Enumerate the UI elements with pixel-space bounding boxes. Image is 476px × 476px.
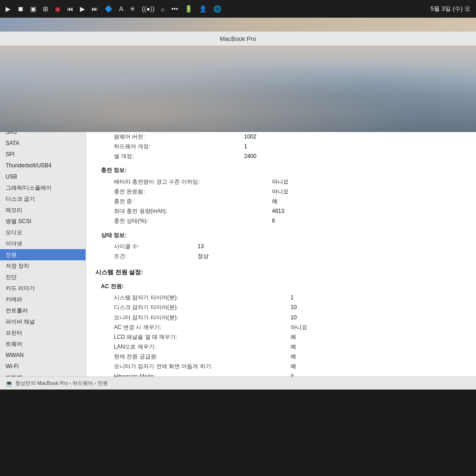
table-row: AC 변경 시 깨우기: 아니요	[95, 323, 467, 332]
menubar-right: 5월 3일 (수) 오	[430, 5, 470, 13]
label-ac-disk-sleep: 디스크 잠자기 타이머(분):	[114, 303, 291, 312]
table-row: 충전 중: 예	[95, 197, 467, 206]
window-icon[interactable]: ⊞	[43, 5, 48, 13]
bluetooth-icon[interactable]: ✳	[130, 5, 135, 13]
label-ac-lan-wake: LAN으로 깨우기:	[114, 343, 291, 351]
label-charge-pct: 충전 상태(%):	[114, 217, 272, 225]
statusbar: 💻 형성만의 MacBook Pro › 하드웨어 › 전원	[0, 377, 476, 390]
table-row: 셀 개정: 2400	[95, 152, 467, 161]
value-firmware: 1002	[244, 132, 257, 141]
menubar: ▶ ⏹ ▣ ⊞ ◉ ⏮ ▶ ⏭ 🔷 A ✳ ((●)) ⌕ ••• 🔋 👤 🌐 …	[0, 0, 476, 18]
prev-icon[interactable]: ⏮	[67, 5, 73, 13]
value-ac-wake: 아니요	[291, 323, 307, 332]
label-ac-dim: 모니터가 잠자기 전에 화면 어둡게 하기:	[114, 362, 291, 371]
value-ac-lan-wake: 예	[291, 343, 296, 351]
table-row: 모니터가 잠자기 전에 화면 어둡게 하기: 예	[95, 362, 467, 371]
table-row: 디스크 잠자기 타이머(분): 10	[95, 303, 467, 312]
label-charging: 충전 중:	[114, 197, 272, 206]
menu-time: 5월 3일 (수) 오	[430, 5, 470, 13]
table-row: 충전 상태(%): 6	[95, 216, 467, 226]
value-charge-pct: 6	[272, 217, 275, 225]
sidebar-item-controller[interactable]: 컨트롤러	[0, 305, 86, 316]
sidebar-item-printer[interactable]: 프린터	[0, 327, 86, 338]
sidebar-item-scsi[interactable]: 병렬 SCSI	[0, 216, 86, 227]
value-ac-power-source: 예	[291, 352, 296, 361]
value-cell-revision: 2400	[244, 152, 257, 161]
value-ac-dim: 예	[291, 362, 296, 371]
value-ac-sys-sleep: 1	[291, 293, 294, 302]
window-titlebar: MacBook Pro	[0, 32, 476, 46]
sidebar-item-memory[interactable]: 메모리	[0, 205, 86, 216]
table-row: Hibernate Mode: 3	[95, 372, 467, 377]
sidebar-item-disc[interactable]: 디스크 굽기	[0, 193, 86, 205]
bg-bottom-overlay	[0, 46, 476, 132]
grid-icon[interactable]: ▣	[30, 5, 36, 13]
table-row: 충전 완료됨: 아니요	[95, 187, 467, 197]
stop-icon[interactable]: ⏹	[17, 5, 24, 13]
table-row: LCD 패널을 열 때 깨우기: 예	[95, 332, 467, 342]
sidebar-item-cardreader[interactable]: 카드 리더기	[0, 283, 86, 294]
siri-icon[interactable]: 🌐	[213, 5, 221, 13]
value-hibernate-mode: 3	[291, 372, 294, 377]
value-max-capacity: 4813	[272, 207, 284, 216]
label-hibernate-mode: Hibernate Mode:	[114, 372, 291, 377]
label-charge-complete: 충전 완료됨:	[114, 187, 272, 196]
word-icon[interactable]: 🔷	[105, 5, 112, 13]
sidebar-item-wwan[interactable]: WWAN	[0, 350, 86, 361]
menubar-left: ▶ ⏹ ▣ ⊞ ◉ ⏮ ▶ ⏭ 🔷 A ✳ ((●)) ⌕ ••• 🔋 👤 🌐	[6, 5, 426, 13]
bg-bottom	[0, 46, 476, 132]
computer-icon: 💻	[6, 380, 13, 387]
table-row: 모니터 잠자기 타이머(분): 10	[95, 313, 467, 323]
value-charge-low: 아니요	[272, 178, 289, 186]
sidebar-item-diagnostics[interactable]: 진단	[0, 271, 86, 283]
value-charge-complete: 아니요	[272, 187, 289, 196]
sidebar-item-graphics[interactable]: 그래픽/디스플레이	[0, 182, 86, 193]
next-icon[interactable]: ⏭	[92, 5, 98, 13]
sidebar-item-sata[interactable]: SATA	[0, 138, 86, 149]
sidebar-item-wifi[interactable]: Wi-Fi	[0, 361, 86, 372]
more-icon[interactable]: •••	[171, 5, 178, 13]
value-charging: 예	[272, 197, 278, 206]
window-title: MacBook Pro	[220, 35, 256, 42]
text-icon[interactable]: A	[119, 5, 123, 13]
value-cycles: 13	[198, 242, 204, 251]
label-ac-wake: AC 변경 시 깨우기:	[114, 323, 291, 332]
table-row: 시스템 잠자기 타이머(분): 1	[95, 293, 467, 303]
value-ac-lcd-open: 예	[291, 333, 296, 342]
label-firmware: 펌웨어 버전:	[114, 132, 244, 141]
label-ac-monitor-sleep: 모니터 잠자기 타이머(분):	[114, 313, 291, 322]
value-hw-revision: 1	[244, 142, 247, 151]
table-row: 배터리 충전량이 경고 수준 이하임: 아니요	[95, 177, 467, 187]
label-ac-power-source: 현재 전원 공급원:	[114, 352, 291, 361]
sidebar-item-power[interactable]: 전원	[0, 249, 86, 260]
battery-icon[interactable]: 🔋	[185, 5, 192, 13]
user-icon[interactable]: 👤	[199, 5, 207, 13]
sidebar-item-thunderbolt[interactable]: Thunderbolt/USB4	[0, 160, 86, 171]
label-condition: 조건:	[114, 252, 198, 261]
record-icon[interactable]: ◉	[55, 5, 60, 13]
value-ac-disk-sleep: 10	[291, 303, 297, 312]
label-hw-revision: 하드웨어 개정:	[114, 142, 244, 151]
search-icon[interactable]: ⌕	[161, 5, 165, 13]
play2-icon[interactable]: ▶	[80, 5, 85, 13]
breadcrumb: 형성만의 MacBook Pro › 하드웨어 › 전원	[15, 380, 108, 387]
label-charge-low: 배터리 충전량이 경고 수준 이하임:	[114, 178, 272, 186]
sidebar-item-audio[interactable]: 오디오	[0, 227, 86, 238]
sidebar-item-camera[interactable]: 카메라	[0, 294, 86, 305]
label-cycles: 사이클 수:	[114, 242, 198, 251]
sidebar-item-usb[interactable]: USB	[0, 171, 86, 182]
sidebar-item-firmware[interactable]: 트웨어	[0, 338, 86, 350]
play-icon[interactable]: ▶	[6, 5, 11, 13]
label-cell-revision: 셀 개정:	[114, 152, 244, 161]
sidebar-item-firewall[interactable]: 방화벽	[0, 372, 86, 377]
sidebar-item-spi[interactable]: SPI	[0, 149, 86, 160]
label-max-capacity: 최대 충전 용량(mAh):	[114, 207, 272, 216]
table-row: 현재 전원 공급원: 예	[95, 352, 467, 362]
sidebar-item-storage[interactable]: 저장 장치	[0, 260, 86, 271]
label-ac-lcd-open: LCD 패널을 열 때 깨우기:	[114, 333, 291, 342]
ac-section-title: AC 전원:	[101, 282, 467, 291]
sidebar-item-fibrechannel[interactable]: 파이버 채널	[0, 316, 86, 327]
wifi-icon[interactable]: ((●))	[142, 5, 154, 13]
sidebar-item-ethernet[interactable]: 이더넷	[0, 238, 86, 249]
table-row: 하드웨어 개정: 1	[95, 142, 467, 152]
